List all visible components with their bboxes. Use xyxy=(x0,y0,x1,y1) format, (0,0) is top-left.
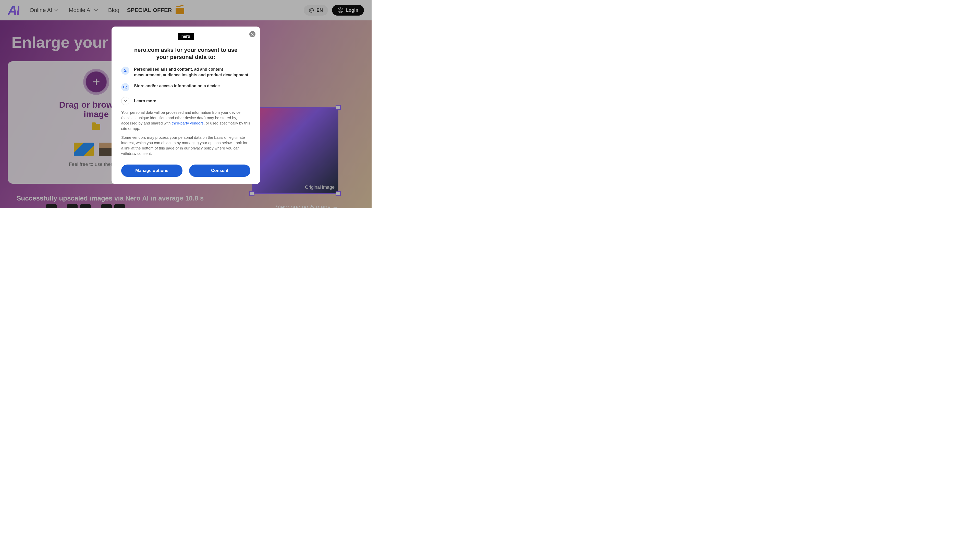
learn-more-toggle[interactable]: Learn more xyxy=(121,97,250,105)
svg-point-3 xyxy=(124,69,126,70)
learn-more-label: Learn more xyxy=(134,99,156,103)
close-button[interactable] xyxy=(249,31,256,37)
modal-overlay[interactable]: nero nero.com asks for your consent to u… xyxy=(0,0,372,208)
svg-rect-5 xyxy=(126,87,127,89)
consent-item-device-text: Store and/or access information on a dev… xyxy=(134,83,220,89)
nero-logo: nero xyxy=(178,33,194,40)
close-icon xyxy=(251,33,254,36)
consent-button[interactable]: Consent xyxy=(189,165,250,177)
device-icon xyxy=(121,83,129,91)
modal-paragraph-1: Your personal data will be processed and… xyxy=(121,110,250,131)
consent-item-ads: Personalised ads and content, ad and con… xyxy=(121,67,250,78)
consent-item-ads-text: Personalised ads and content, ad and con… xyxy=(134,67,250,78)
person-icon xyxy=(121,67,129,75)
consent-modal: nero nero.com asks for your consent to u… xyxy=(111,27,260,184)
manage-options-button[interactable]: Manage options xyxy=(121,165,183,177)
third-party-link[interactable]: third-party vendors xyxy=(172,121,204,125)
modal-buttons: Manage options Consent xyxy=(121,165,250,177)
divider xyxy=(121,160,250,160)
chevron-down-icon xyxy=(121,97,129,105)
consent-item-device: Store and/or access information on a dev… xyxy=(121,83,250,91)
modal-title: nero.com asks for your consent to use yo… xyxy=(132,46,239,60)
modal-paragraph-2: Some vendors may process your personal d… xyxy=(121,135,250,156)
